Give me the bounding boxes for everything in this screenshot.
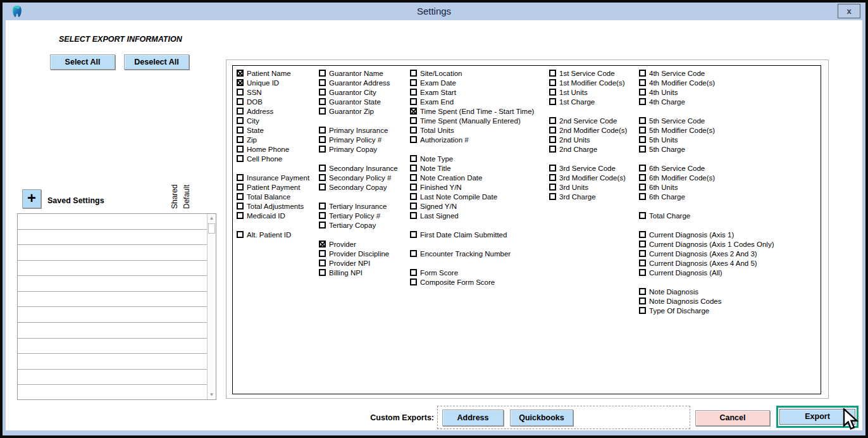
export-field-form-score[interactable]: Form Score [410, 268, 534, 277]
export-field-city[interactable]: City [237, 116, 309, 125]
select-all-button[interactable]: Select All [50, 54, 115, 70]
checkbox-icon[interactable] [639, 165, 646, 172]
checkbox-icon[interactable] [410, 193, 417, 200]
export-field-3rd-modifier-code-s[interactable]: 3rd Modifier Code(s) [549, 173, 627, 182]
saved-settings-row[interactable] [18, 339, 207, 354]
export-field-5th-service-code[interactable]: 5th Service Code [639, 116, 774, 125]
checkbox-icon[interactable] [237, 184, 244, 191]
export-field-encounter-tracking-number[interactable]: Encounter Tracking Number [410, 249, 534, 258]
export-field-note-title[interactable]: Note Title [410, 163, 534, 173]
export-field-tertiary-insurance[interactable]: Tertiary Insurance [319, 201, 398, 211]
saved-settings-scrollbar[interactable]: ▲ ▼ [207, 214, 216, 399]
checkbox-icon[interactable] [410, 70, 417, 77]
saved-settings-row[interactable] [18, 354, 207, 370]
export-field-4th-charge[interactable]: 4th Charge [639, 97, 774, 106]
export-field-secondary-copay[interactable]: Secondary Copay [319, 182, 398, 192]
export-field-type-of-discharge[interactable]: Type Of Discharge [639, 306, 774, 315]
export-field-site-location[interactable]: Site/Location [410, 68, 534, 78]
checkbox-icon[interactable] [319, 212, 326, 219]
checkbox-icon[interactable] [237, 193, 244, 200]
checkbox-icon[interactable] [639, 241, 646, 247]
export-field-1st-service-code[interactable]: 1st Service Code [549, 68, 627, 78]
checkbox-icon[interactable] [237, 89, 244, 96]
export-field-first-date-claim-submitted[interactable]: First Date Claim Submitted [410, 230, 534, 239]
export-field-last-signed[interactable]: Last Signed [410, 211, 534, 220]
export-field-3rd-service-code[interactable]: 3rd Service Code [549, 163, 627, 173]
checkbox-icon[interactable] [410, 269, 417, 276]
export-field-secondary-policy[interactable]: Secondary Policy # [319, 173, 398, 182]
saved-settings-row[interactable] [18, 214, 207, 230]
checkbox-icon[interactable] [319, 79, 326, 86]
export-field-1st-modifier-code-s[interactable]: 1st Modifier Code(s) [549, 78, 627, 87]
checkbox-icon[interactable] [410, 98, 417, 105]
export-field-exam-end[interactable]: Exam End [410, 97, 534, 106]
add-saved-setting-button[interactable]: + [22, 189, 41, 208]
checkbox-icon[interactable] [237, 98, 244, 105]
saved-settings-row[interactable] [18, 276, 207, 292]
export-field-1st-units[interactable]: 1st Units [549, 87, 627, 97]
export-field-secondary-insurance[interactable]: Secondary Insurance [319, 163, 398, 173]
export-field-2nd-charge[interactable]: 2nd Charge [549, 144, 627, 154]
export-field-current-diagnosis-axis-1-codes-only[interactable]: Current Diagnosis (Axis 1 Codes Only) [639, 239, 774, 249]
export-field-medicaid-id[interactable]: Medicaid ID [237, 211, 309, 220]
export-field-1st-charge[interactable]: 1st Charge [549, 97, 627, 106]
scroll-up-icon[interactable]: ▲ [208, 214, 216, 223]
checkbox-icon[interactable] [549, 98, 556, 105]
checkbox-icon[interactable] [639, 250, 646, 257]
checkbox-icon[interactable] [410, 155, 417, 162]
checkbox-icon[interactable] [410, 278, 417, 285]
checkbox-icon[interactable] [639, 184, 646, 191]
export-field-5th-modifier-code-s[interactable]: 5th Modifier Code(s) [639, 125, 774, 135]
export-field-total-units[interactable]: Total Units [410, 125, 534, 135]
export-field-provider-discipline[interactable]: Provider Discipline [319, 249, 398, 258]
cancel-button[interactable]: Cancel [695, 410, 770, 426]
export-field-finished-y-n[interactable]: Finished Y/N [410, 182, 534, 192]
checkbox-icon[interactable] [549, 117, 556, 124]
checkbox-icon[interactable] [237, 231, 244, 238]
export-field-current-diagnosis-all[interactable]: Current Diagnosis (All) [639, 268, 774, 277]
export-field-time-spent-end-time-start-time[interactable]: Time Spent (End Time - Start Time) [410, 106, 534, 116]
checkbox-icon[interactable] [319, 203, 326, 210]
checkbox-icon[interactable] [639, 174, 646, 181]
checkbox-icon[interactable] [319, 165, 326, 172]
export-field-home-phone[interactable]: Home Phone [237, 144, 309, 154]
export-field-authorization[interactable]: Authorization # [410, 135, 534, 144]
checkbox-icon[interactable] [639, 297, 646, 304]
checkbox-icon[interactable] [319, 89, 326, 96]
export-field-composite-form-score[interactable]: Composite Form Score [410, 277, 534, 287]
checkbox-icon[interactable] [237, 127, 244, 134]
checkbox-icon[interactable] [639, 89, 646, 96]
export-field-2nd-modifier-code-s[interactable]: 2nd Modifier Code(s) [549, 125, 627, 135]
export-field-alt-patient-id[interactable]: Alt. Patient ID [237, 230, 309, 239]
checkbox-icon[interactable] [319, 269, 326, 276]
checkbox-icon[interactable] [319, 184, 326, 191]
export-field-time-spent-manually-entered[interactable]: Time Spent (Manually Entered) [410, 116, 534, 125]
export-field-3rd-charge[interactable]: 3rd Charge [549, 192, 627, 201]
checkbox-icon[interactable] [639, 70, 646, 77]
deselect-all-button[interactable]: Deselect All [124, 54, 189, 70]
checkbox-icon[interactable] [237, 174, 244, 181]
export-field-2nd-service-code[interactable]: 2nd Service Code [549, 116, 627, 125]
checkbox-icon[interactable] [549, 184, 556, 191]
export-field-primary-insurance[interactable]: Primary Insurance [319, 125, 398, 135]
checkbox-icon[interactable] [319, 108, 326, 115]
checkbox-icon[interactable] [639, 98, 646, 105]
checkbox-icon[interactable] [549, 89, 556, 96]
checkbox-checked-icon[interactable] [237, 70, 244, 77]
checkbox-icon[interactable] [319, 136, 326, 143]
export-field-state[interactable]: State [237, 125, 309, 135]
export-field-primary-copay[interactable]: Primary Copay [319, 144, 398, 154]
checkbox-icon[interactable] [319, 127, 326, 134]
export-field-note-type[interactable]: Note Type [410, 154, 534, 163]
export-field-6th-modifier-code-s[interactable]: 6th Modifier Code(s) [639, 173, 774, 182]
export-field-2nd-units[interactable]: 2nd Units [549, 135, 627, 144]
export-field-note-creation-date[interactable]: Note Creation Date [410, 173, 534, 182]
export-field-insurance-payment[interactable]: Insurance Payment [237, 173, 309, 182]
export-field-billing-npi[interactable]: Billing NPI [319, 268, 398, 277]
checkbox-icon[interactable] [639, 146, 646, 153]
checkbox-icon[interactable] [410, 136, 417, 143]
checkbox-icon[interactable] [549, 193, 556, 200]
saved-settings-row[interactable] [18, 385, 207, 401]
export-field-guarantor-city[interactable]: Guarantor City [319, 87, 398, 97]
export-field-note-diagnosis[interactable]: Note Diagnosis [639, 287, 774, 296]
